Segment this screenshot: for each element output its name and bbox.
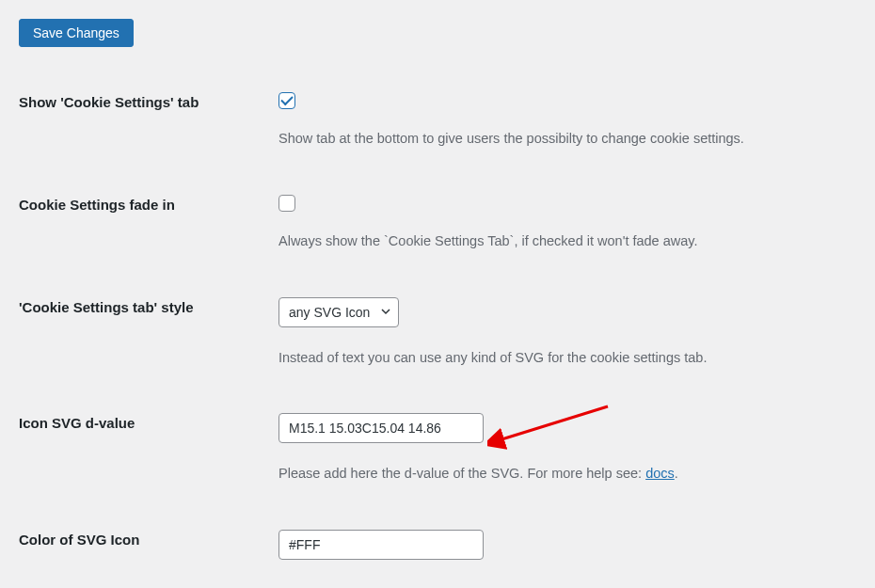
description-svg-d-suffix: . [675, 466, 678, 481]
description-fade-in: Always show the `Cookie Settings Tab`, i… [278, 231, 856, 252]
description-svg-d: Please add here the d-value of the SVG. … [278, 464, 856, 485]
description-tab-style: Instead of text you can use any kind of … [278, 348, 856, 369]
label-tab-style: 'Cookie Settings tab' style [19, 297, 278, 315]
checkbox-fade-in[interactable] [278, 195, 295, 212]
row-show-cookie-tab: Show 'Cookie Settings' tab Show tab at t… [19, 92, 856, 150]
input-svg-d[interactable] [278, 413, 484, 443]
label-svg-color: Color of SVG Icon [19, 530, 278, 548]
select-tab-style[interactable]: any SVG Icon [278, 297, 399, 327]
row-tab-style: 'Cookie Settings tab' style any SVG Icon… [19, 297, 856, 369]
row-fade-in: Cookie Settings fade in Always show the … [19, 195, 856, 252]
select-tab-style-value: any SVG Icon [289, 305, 370, 320]
field-fade-in: Always show the `Cookie Settings Tab`, i… [278, 195, 856, 252]
field-tab-style: any SVG Icon Instead of text you can use… [278, 297, 856, 369]
label-svg-d: Icon SVG d-value [19, 413, 278, 431]
field-svg-color [278, 530, 856, 580]
field-show-cookie-tab: Show tab at the bottom to give users the… [278, 92, 856, 150]
save-button[interactable]: Save Changes [19, 19, 134, 47]
checkbox-show-cookie-tab[interactable] [278, 92, 295, 109]
settings-form: Show 'Cookie Settings' tab Show tab at t… [19, 92, 856, 580]
row-svg-d: Icon SVG d-value Please add here the d-v… [19, 413, 856, 485]
row-svg-color: Color of SVG Icon [19, 530, 856, 580]
description-show-cookie-tab: Show tab at the bottom to give users the… [278, 129, 856, 150]
input-svg-color[interactable] [278, 530, 484, 560]
label-fade-in: Cookie Settings fade in [19, 195, 278, 213]
field-svg-d: Please add here the d-value of the SVG. … [278, 413, 856, 485]
docs-link[interactable]: docs [645, 466, 675, 481]
description-svg-d-prefix: Please add here the d-value of the SVG. … [278, 466, 645, 481]
label-show-cookie-tab: Show 'Cookie Settings' tab [19, 92, 278, 110]
